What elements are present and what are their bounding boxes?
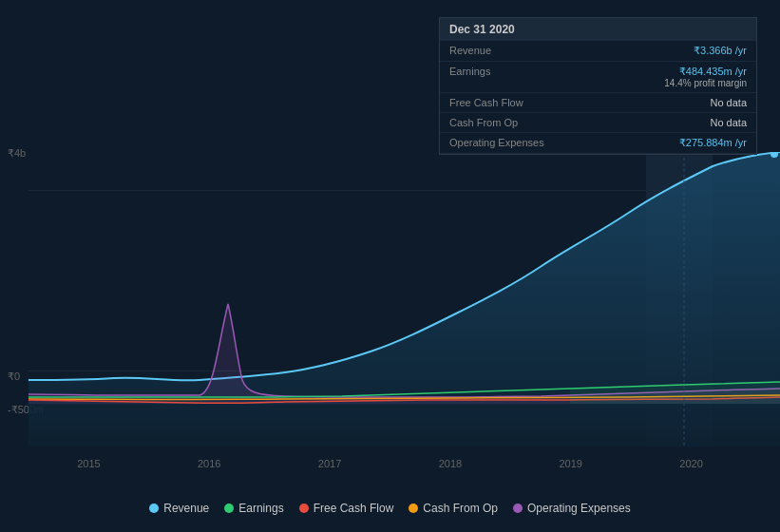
legend-dot-operating-expenses — [513, 504, 523, 513]
tooltip-row-free-cash-flow: Free Cash Flow No data — [440, 93, 756, 113]
tooltip-label-revenue: Revenue — [449, 45, 563, 56]
tooltip-value-operating-expenses: ₹275.884m /yr — [679, 137, 747, 149]
tooltip-value-earnings: ₹484.435m /yr 14.4% profit margin — [664, 66, 747, 88]
x-label-2020: 2020 — [679, 458, 702, 469]
tooltip-value-free-cash-flow: No data — [710, 97, 747, 108]
legend-label-revenue: Revenue — [163, 502, 209, 515]
legend-item-free-cash-flow[interactable]: Free Cash Flow — [299, 502, 394, 515]
legend-item-cash-from-op[interactable]: Cash From Op — [409, 502, 498, 515]
x-label-2015: 2015 — [77, 458, 100, 469]
tooltip-row-cash-from-op: Cash From Op No data — [440, 113, 756, 133]
legend-dot-revenue — [149, 504, 159, 513]
x-label-2016: 2016 — [198, 458, 220, 469]
legend-dot-cash-from-op — [409, 504, 418, 513]
x-label-2018: 2018 — [439, 458, 462, 469]
legend-label-earnings: Earnings — [238, 502, 283, 515]
tooltip-label-earnings: Earnings — [449, 66, 563, 77]
tooltip-row-earnings: Earnings ₹484.435m /yr 14.4% profit marg… — [440, 62, 756, 93]
chart-legend: Revenue Earnings Free Cash Flow Cash Fro… — [0, 502, 780, 515]
tooltip-label-free-cash-flow: Free Cash Flow — [449, 97, 563, 108]
tooltip-value-revenue: ₹3.366b /yr — [694, 45, 747, 57]
legend-item-earnings[interactable]: Earnings — [224, 502, 283, 515]
legend-label-operating-expenses: Operating Expenses — [527, 502, 631, 515]
tooltip-row-revenue: Revenue ₹3.366b /yr — [440, 41, 756, 62]
x-label-2019: 2019 — [559, 458, 581, 469]
tooltip-label-cash-from-op: Cash From Op — [449, 117, 563, 128]
tooltip-value-cash-from-op: No data — [710, 117, 747, 128]
tooltip-row-operating-expenses: Operating Expenses ₹275.884m /yr — [440, 133, 756, 154]
legend-label-free-cash-flow: Free Cash Flow — [314, 502, 394, 515]
x-axis-labels: 2015 2016 2017 2018 2019 2020 — [0, 458, 780, 469]
legend-item-operating-expenses[interactable]: Operating Expenses — [513, 502, 631, 515]
legend-label-cash-from-op: Cash From Op — [423, 502, 498, 515]
legend-item-revenue[interactable]: Revenue — [149, 502, 209, 515]
legend-dot-free-cash-flow — [299, 504, 309, 513]
legend-dot-earnings — [224, 504, 234, 513]
data-tooltip: Dec 31 2020 Revenue ₹3.366b /yr Earnings… — [439, 17, 757, 155]
chart-svg — [0, 152, 780, 446]
tooltip-header: Dec 31 2020 — [440, 18, 756, 41]
x-label-2017: 2017 — [318, 458, 341, 469]
tooltip-label-operating-expenses: Operating Expenses — [449, 137, 563, 148]
